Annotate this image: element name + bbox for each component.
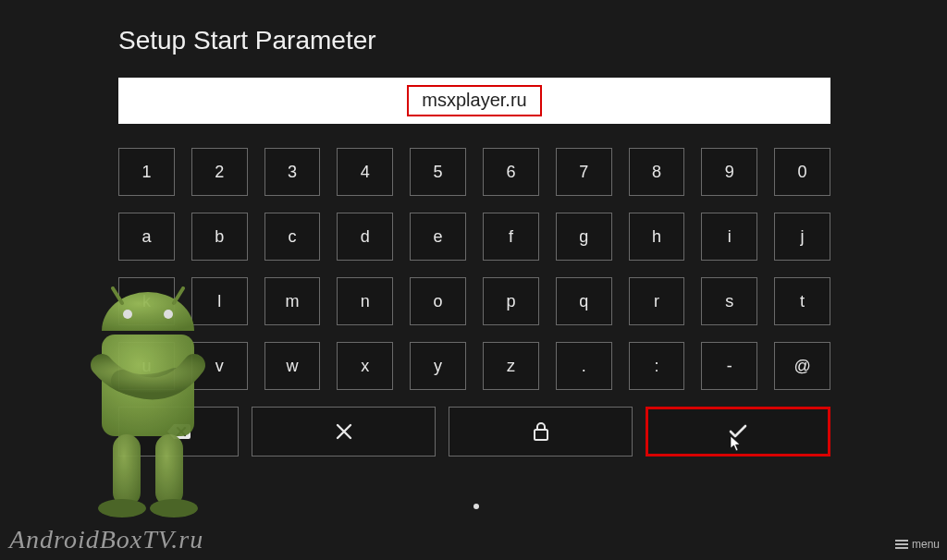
svg-point-9: [150, 499, 198, 517]
lock-icon: [533, 422, 549, 441]
key-i[interactable]: i: [701, 213, 757, 261]
key-g[interactable]: g: [556, 213, 612, 261]
backspace-button[interactable]: [118, 407, 239, 457]
key-dash[interactable]: -: [701, 342, 757, 390]
key-o[interactable]: o: [410, 277, 466, 325]
svg-point-8: [98, 499, 146, 517]
parameter-input[interactable]: msxplayer.ru: [118, 78, 830, 124]
menu-label: menu: [912, 538, 940, 551]
key-u[interactable]: u: [118, 342, 175, 390]
key-y[interactable]: y: [410, 342, 466, 390]
key-colon[interactable]: :: [629, 342, 685, 390]
hamburger-icon: [895, 540, 908, 549]
key-8[interactable]: 8: [629, 148, 685, 196]
svg-rect-0: [535, 430, 547, 440]
cursor-icon: [730, 435, 743, 452]
key-1[interactable]: 1: [118, 148, 175, 196]
key-z[interactable]: z: [483, 342, 539, 390]
key-k[interactable]: k: [118, 277, 175, 325]
key-7[interactable]: 7: [556, 148, 612, 196]
key-d[interactable]: d: [337, 213, 393, 261]
key-0[interactable]: 0: [774, 148, 830, 196]
key-6[interactable]: 6: [483, 148, 539, 196]
onscreen-keyboard: 1 2 3 4 5 6 7 8 9 0 a b c d e f g h i j …: [118, 148, 830, 473]
key-5[interactable]: 5: [410, 148, 466, 196]
key-b[interactable]: b: [191, 213, 248, 261]
key-f[interactable]: f: [483, 213, 539, 261]
key-9[interactable]: 9: [701, 148, 757, 196]
key-s[interactable]: s: [701, 277, 757, 325]
key-e[interactable]: e: [410, 213, 466, 261]
key-h[interactable]: h: [629, 213, 685, 261]
key-w[interactable]: w: [264, 342, 321, 390]
watermark-text: AndroidBoxTV.ru: [9, 525, 203, 554]
key-v[interactable]: v: [191, 342, 248, 390]
lock-button[interactable]: [449, 407, 633, 457]
page-title: Setup Start Parameter: [118, 26, 376, 55]
clear-button[interactable]: [252, 407, 436, 457]
close-x-icon: [336, 423, 352, 440]
key-a[interactable]: a: [118, 213, 175, 261]
key-period[interactable]: .: [556, 342, 612, 390]
key-c[interactable]: c: [264, 213, 321, 261]
key-n[interactable]: n: [337, 277, 393, 325]
key-j[interactable]: j: [774, 213, 830, 261]
backspace-icon: [166, 422, 191, 441]
menu-button[interactable]: menu: [895, 538, 940, 551]
key-r[interactable]: r: [629, 277, 685, 325]
key-at[interactable]: @: [774, 342, 830, 390]
key-p[interactable]: p: [483, 277, 539, 325]
key-m[interactable]: m: [264, 277, 321, 325]
key-q[interactable]: q: [556, 277, 612, 325]
confirm-button[interactable]: [646, 407, 830, 457]
key-l[interactable]: l: [191, 277, 248, 325]
parameter-input-value: msxplayer.ru: [407, 85, 541, 116]
page-indicator-dot: [474, 504, 479, 509]
key-3[interactable]: 3: [264, 148, 321, 196]
key-x[interactable]: x: [337, 342, 393, 390]
key-4[interactable]: 4: [337, 148, 393, 196]
key-2[interactable]: 2: [191, 148, 248, 196]
key-t[interactable]: t: [774, 277, 830, 325]
